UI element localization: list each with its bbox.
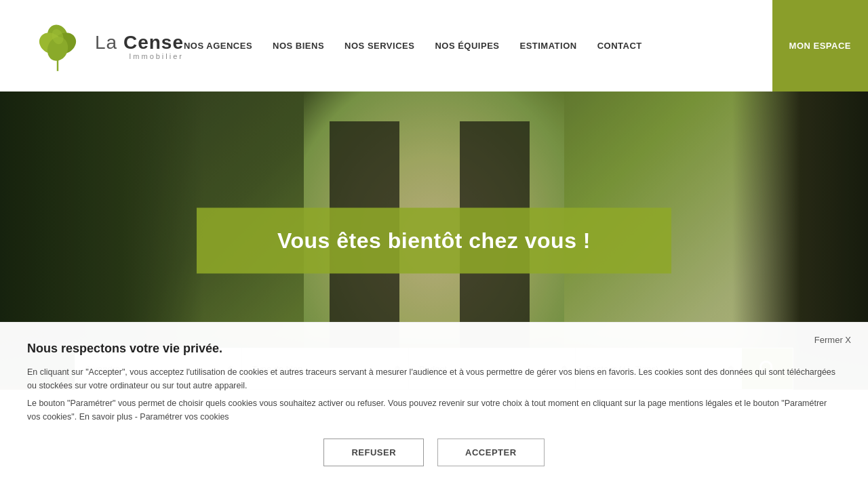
nav-item-nos-equipes[interactable]: NOS ÉQUIPES [435,41,499,51]
hero-banner: Vous êtes bientôt chez vous ! [197,208,671,274]
nav-item-estimation[interactable]: ESTIMATION [519,41,576,51]
logo-clover-icon [27,16,88,77]
nav-item-nos-services[interactable]: NOS SERVICES [344,41,414,51]
cookie-banner: Fermer X Nous respectons votre vie privé… [0,322,868,488]
cookie-buttons: REFUSER ACCEPTER [27,439,841,466]
refuser-button[interactable]: REFUSER [323,439,424,466]
logo-text: La Cense Immobilier [95,32,184,60]
cookie-title: Nous respectons votre vie privée. [27,342,841,356]
hero-title: Vous êtes bientôt chez vous ! [237,228,631,253]
nav-item-nos-agences[interactable]: NOS AGENCES [184,41,252,51]
nav-item-contact[interactable]: CONTACT [597,41,642,51]
logo[interactable]: La Cense Immobilier [27,16,184,77]
mon-espace-button[interactable]: MON ESPACE [772,0,868,92]
accepter-button[interactable]: ACCEPTER [437,439,545,466]
cookie-text-1: En cliquant sur "Accepter", vous accepte… [27,365,841,392]
cookie-text-2: Le bouton "Paramétrer" vous permet de ch… [27,396,841,424]
site-header: La Cense Immobilier NOS AGENCES NOS BIEN… [0,0,868,92]
main-nav: NOS AGENCES NOS BIENS NOS SERVICES NOS É… [184,41,642,51]
nav-item-nos-biens[interactable]: NOS BIENS [273,41,324,51]
fermer-button[interactable]: Fermer X [814,335,851,345]
